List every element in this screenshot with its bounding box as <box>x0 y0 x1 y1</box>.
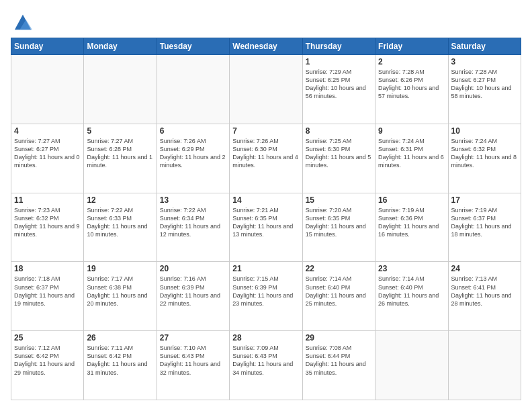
day-cell: 2Sunrise: 7:28 AM Sunset: 6:26 PM Daylig… <box>375 55 448 124</box>
day-cell: 12Sunrise: 7:22 AM Sunset: 6:33 PM Dayli… <box>84 193 157 262</box>
day-number: 5 <box>87 126 153 136</box>
day-number: 3 <box>451 57 518 66</box>
day-cell: 25Sunrise: 7:12 AM Sunset: 6:42 PM Dayli… <box>11 331 84 400</box>
day-cell: 14Sunrise: 7:21 AM Sunset: 6:35 PM Dayli… <box>230 193 302 262</box>
week-row-2: 4Sunrise: 7:27 AM Sunset: 6:27 PM Daylig… <box>11 124 521 193</box>
day-cell <box>84 55 157 124</box>
day-info: Sunrise: 7:18 AM Sunset: 6:37 PM Dayligh… <box>14 275 81 308</box>
day-number: 10 <box>451 126 518 136</box>
page: SundayMondayTuesdayWednesdayThursdayFrid… <box>0 0 532 411</box>
calendar-table: SundayMondayTuesdayWednesdayThursdayFrid… <box>11 38 521 400</box>
day-number: 14 <box>232 195 299 205</box>
week-row-3: 11Sunrise: 7:23 AM Sunset: 6:32 PM Dayli… <box>11 193 521 262</box>
day-cell: 6Sunrise: 7:26 AM Sunset: 6:29 PM Daylig… <box>157 124 229 193</box>
day-info: Sunrise: 7:28 AM Sunset: 6:27 PM Dayligh… <box>451 68 518 101</box>
weekday-saturday: Saturday <box>448 38 521 55</box>
day-cell: 26Sunrise: 7:11 AM Sunset: 6:42 PM Dayli… <box>84 331 157 400</box>
day-number: 22 <box>306 264 372 273</box>
day-number: 2 <box>378 57 445 66</box>
day-info: Sunrise: 7:24 AM Sunset: 6:31 PM Dayligh… <box>378 137 445 170</box>
day-cell <box>11 55 84 124</box>
day-number: 16 <box>378 195 445 205</box>
day-info: Sunrise: 7:23 AM Sunset: 6:32 PM Dayligh… <box>14 206 81 239</box>
day-info: Sunrise: 7:11 AM Sunset: 6:42 PM Dayligh… <box>87 344 153 377</box>
day-info: Sunrise: 7:22 AM Sunset: 6:33 PM Dayligh… <box>87 206 153 239</box>
day-cell: 4Sunrise: 7:27 AM Sunset: 6:27 PM Daylig… <box>11 124 84 193</box>
day-info: Sunrise: 7:13 AM Sunset: 6:41 PM Dayligh… <box>451 275 518 308</box>
day-number: 11 <box>14 195 81 205</box>
day-info: Sunrise: 7:20 AM Sunset: 6:35 PM Dayligh… <box>306 206 372 239</box>
day-cell: 17Sunrise: 7:19 AM Sunset: 6:37 PM Dayli… <box>448 193 521 262</box>
day-number: 28 <box>232 333 299 342</box>
day-cell: 16Sunrise: 7:19 AM Sunset: 6:36 PM Dayli… <box>375 193 448 262</box>
day-number: 7 <box>232 126 299 136</box>
day-cell: 22Sunrise: 7:14 AM Sunset: 6:40 PM Dayli… <box>302 262 375 331</box>
day-cell: 28Sunrise: 7:09 AM Sunset: 6:43 PM Dayli… <box>230 331 302 400</box>
day-number: 26 <box>87 333 153 342</box>
day-cell <box>230 55 302 124</box>
day-cell: 29Sunrise: 7:08 AM Sunset: 6:44 PM Dayli… <box>302 331 375 400</box>
week-row-4: 18Sunrise: 7:18 AM Sunset: 6:37 PM Dayli… <box>11 262 521 331</box>
day-cell: 23Sunrise: 7:14 AM Sunset: 6:40 PM Dayli… <box>375 262 448 331</box>
day-cell: 10Sunrise: 7:24 AM Sunset: 6:32 PM Dayli… <box>448 124 521 193</box>
day-info: Sunrise: 7:27 AM Sunset: 6:28 PM Dayligh… <box>87 137 153 170</box>
day-info: Sunrise: 7:14 AM Sunset: 6:40 PM Dayligh… <box>378 275 445 308</box>
weekday-thursday: Thursday <box>302 38 375 55</box>
day-info: Sunrise: 7:10 AM Sunset: 6:43 PM Dayligh… <box>160 344 226 377</box>
day-info: Sunrise: 7:28 AM Sunset: 6:26 PM Dayligh… <box>378 68 445 101</box>
day-number: 12 <box>87 195 153 205</box>
day-cell: 5Sunrise: 7:27 AM Sunset: 6:28 PM Daylig… <box>84 124 157 193</box>
weekday-sunday: Sunday <box>11 38 84 55</box>
day-info: Sunrise: 7:09 AM Sunset: 6:43 PM Dayligh… <box>232 344 299 377</box>
day-info: Sunrise: 7:26 AM Sunset: 6:30 PM Dayligh… <box>232 137 299 170</box>
weekday-monday: Monday <box>84 38 157 55</box>
day-cell <box>448 331 521 400</box>
day-info: Sunrise: 7:22 AM Sunset: 6:34 PM Dayligh… <box>160 206 226 239</box>
day-cell: 11Sunrise: 7:23 AM Sunset: 6:32 PM Dayli… <box>11 193 84 262</box>
day-cell: 24Sunrise: 7:13 AM Sunset: 6:41 PM Dayli… <box>448 262 521 331</box>
day-info: Sunrise: 7:16 AM Sunset: 6:39 PM Dayligh… <box>160 275 226 308</box>
day-info: Sunrise: 7:24 AM Sunset: 6:32 PM Dayligh… <box>451 137 518 170</box>
day-cell: 3Sunrise: 7:28 AM Sunset: 6:27 PM Daylig… <box>448 55 521 124</box>
day-info: Sunrise: 7:14 AM Sunset: 6:40 PM Dayligh… <box>306 275 372 308</box>
day-number: 19 <box>87 264 153 273</box>
weekday-header-row: SundayMondayTuesdayWednesdayThursdayFrid… <box>11 38 521 55</box>
day-number: 17 <box>451 195 518 205</box>
day-info: Sunrise: 7:27 AM Sunset: 6:27 PM Dayligh… <box>14 137 81 170</box>
day-info: Sunrise: 7:21 AM Sunset: 6:35 PM Dayligh… <box>232 206 299 239</box>
day-number: 6 <box>160 126 226 136</box>
day-cell: 1Sunrise: 7:29 AM Sunset: 6:25 PM Daylig… <box>302 55 375 124</box>
day-number: 9 <box>378 126 445 136</box>
day-cell: 19Sunrise: 7:17 AM Sunset: 6:38 PM Dayli… <box>84 262 157 331</box>
day-number: 21 <box>232 264 299 273</box>
day-info: Sunrise: 7:19 AM Sunset: 6:36 PM Dayligh… <box>378 206 445 239</box>
day-cell: 20Sunrise: 7:16 AM Sunset: 6:39 PM Dayli… <box>157 262 229 331</box>
logo <box>11 11 32 31</box>
day-number: 8 <box>306 126 372 136</box>
weekday-wednesday: Wednesday <box>230 38 302 55</box>
day-number: 1 <box>306 57 372 66</box>
day-number: 25 <box>14 333 81 342</box>
day-info: Sunrise: 7:17 AM Sunset: 6:38 PM Dayligh… <box>87 275 153 308</box>
day-info: Sunrise: 7:29 AM Sunset: 6:25 PM Dayligh… <box>306 68 372 101</box>
day-number: 18 <box>14 264 81 273</box>
day-number: 29 <box>306 333 372 342</box>
day-number: 23 <box>378 264 445 273</box>
week-row-5: 25Sunrise: 7:12 AM Sunset: 6:42 PM Dayli… <box>11 331 521 400</box>
day-cell: 9Sunrise: 7:24 AM Sunset: 6:31 PM Daylig… <box>375 124 448 193</box>
day-number: 24 <box>451 264 518 273</box>
day-cell: 7Sunrise: 7:26 AM Sunset: 6:30 PM Daylig… <box>230 124 302 193</box>
day-info: Sunrise: 7:25 AM Sunset: 6:30 PM Dayligh… <box>306 137 372 170</box>
day-cell <box>157 55 229 124</box>
day-cell: 8Sunrise: 7:25 AM Sunset: 6:30 PM Daylig… <box>302 124 375 193</box>
week-row-1: 1Sunrise: 7:29 AM Sunset: 6:25 PM Daylig… <box>11 55 521 124</box>
day-number: 15 <box>306 195 372 205</box>
day-number: 4 <box>14 126 81 136</box>
day-info: Sunrise: 7:12 AM Sunset: 6:42 PM Dayligh… <box>14 344 81 377</box>
weekday-friday: Friday <box>375 38 448 55</box>
day-cell: 27Sunrise: 7:10 AM Sunset: 6:43 PM Dayli… <box>157 331 229 400</box>
day-cell <box>375 331 448 400</box>
day-cell: 15Sunrise: 7:20 AM Sunset: 6:35 PM Dayli… <box>302 193 375 262</box>
day-cell: 21Sunrise: 7:15 AM Sunset: 6:39 PM Dayli… <box>230 262 302 331</box>
day-info: Sunrise: 7:08 AM Sunset: 6:44 PM Dayligh… <box>306 344 372 377</box>
